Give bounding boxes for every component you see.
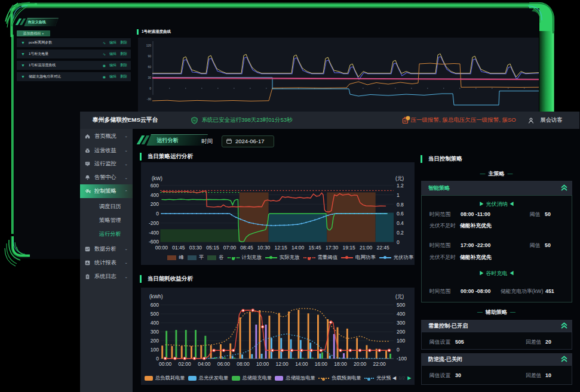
svg-text:0.2: 0.2	[397, 230, 404, 236]
svg-text:22:00: 22:00	[373, 361, 386, 367]
svg-text:02:00: 02:00	[179, 361, 192, 367]
svg-text:100: 100	[397, 338, 405, 344]
svg-text:07:00: 07:00	[223, 245, 237, 251]
svg-text:20:00: 20:00	[354, 361, 367, 367]
svg-text:01:45: 01:45	[172, 245, 185, 251]
svg-text:0: 0	[397, 347, 400, 353]
svg-text:(kWh): (kWh)	[149, 294, 163, 300]
svg-text:1: 1	[397, 192, 400, 198]
svg-text:10:30: 10:30	[257, 245, 271, 251]
svg-text:200: 200	[151, 201, 159, 207]
svg-text:05:15: 05:15	[206, 245, 219, 251]
svg-text:-100: -100	[397, 356, 407, 362]
svg-text:120: 120	[146, 44, 152, 47]
svg-text:500: 500	[151, 311, 159, 317]
svg-text:16:00: 16:00	[315, 361, 328, 367]
svg-text:(kW): (kW)	[152, 175, 162, 181]
svg-text:100: 100	[151, 347, 159, 353]
svg-text:1.2: 1.2	[397, 183, 404, 189]
svg-text:0: 0	[149, 87, 151, 90]
svg-text:15:45: 15:45	[308, 245, 321, 251]
svg-text:-400: -400	[149, 230, 159, 236]
svg-text:03:30: 03:30	[189, 245, 202, 251]
svg-text:-200: -200	[149, 220, 159, 226]
svg-text:300: 300	[397, 320, 405, 326]
svg-text:600: 600	[151, 302, 159, 308]
svg-text:0.4: 0.4	[397, 220, 404, 226]
svg-text:08:45: 08:45	[240, 245, 253, 251]
svg-text:400: 400	[151, 320, 159, 326]
svg-text:(元): (元)	[395, 175, 404, 181]
svg-text:21:00: 21:00	[360, 245, 373, 251]
svg-text:06:00: 06:00	[217, 361, 231, 367]
svg-text:0: 0	[397, 239, 400, 245]
svg-text:200: 200	[151, 338, 159, 344]
svg-text:600: 600	[151, 183, 159, 189]
svg-text:60: 60	[148, 65, 151, 69]
svg-text:500: 500	[397, 302, 405, 308]
svg-text:(元): (元)	[395, 294, 404, 300]
svg-text:10:00: 10:00	[256, 361, 269, 367]
svg-text:30: 30	[148, 76, 151, 79]
svg-text:00:00: 00:00	[159, 361, 172, 367]
svg-text:300: 300	[151, 329, 159, 335]
svg-text:-30: -30	[147, 97, 151, 101]
svg-text:14:00: 14:00	[295, 361, 308, 367]
svg-text:0: 0	[156, 211, 159, 217]
svg-text:18:00: 18:00	[334, 361, 347, 367]
svg-text:12:15: 12:15	[274, 245, 287, 251]
svg-text:22:45: 22:45	[377, 245, 390, 251]
svg-text:400: 400	[151, 192, 159, 198]
svg-text:0.6: 0.6	[397, 211, 404, 217]
svg-text:400: 400	[397, 311, 405, 317]
svg-text:14:00: 14:00	[291, 245, 305, 251]
svg-text:08:00: 08:00	[237, 361, 250, 367]
svg-text:90: 90	[148, 54, 151, 58]
svg-text:0.8: 0.8	[397, 202, 404, 208]
svg-text:00:00: 00:00	[155, 245, 168, 251]
svg-text:12:00: 12:00	[276, 361, 289, 367]
svg-text:17:30: 17:30	[326, 245, 339, 251]
svg-text:19:15: 19:15	[343, 245, 356, 251]
svg-text:200: 200	[397, 329, 405, 335]
svg-text:04:00: 04:00	[198, 361, 211, 367]
